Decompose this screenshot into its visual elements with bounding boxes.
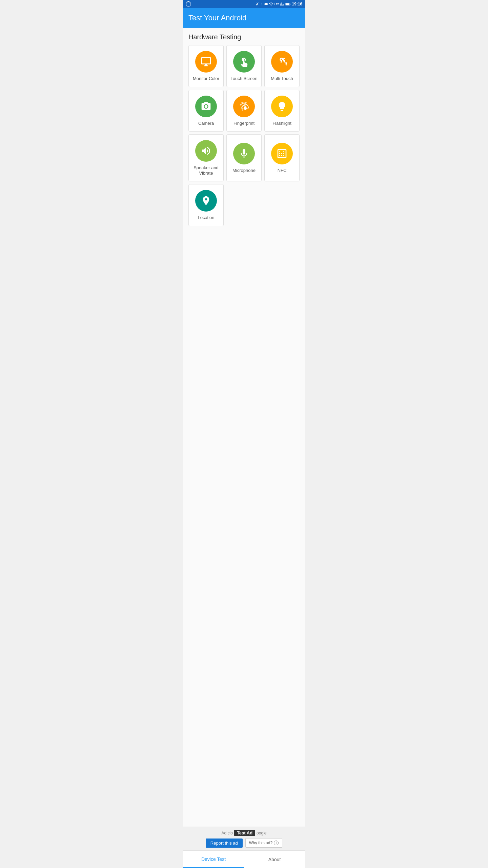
svg-rect-2 bbox=[290, 4, 291, 5]
last-grid-row: Location bbox=[188, 184, 300, 226]
section-title: Hardware Testing bbox=[188, 33, 300, 41]
grid-item-location[interactable]: Location bbox=[188, 184, 224, 226]
monitor-color-icon-circle bbox=[195, 51, 217, 73]
why-ad-text: Why this ad? bbox=[249, 841, 272, 845]
grid-item-flashlight[interactable]: Flashlight bbox=[264, 90, 300, 132]
grid-item-camera[interactable]: Camera bbox=[188, 90, 224, 132]
ad-buttons-row: Report this ad Why this ad? i bbox=[206, 838, 282, 848]
grid-item-nfc[interactable]: NFC bbox=[264, 134, 300, 181]
ad-google-text: oogle bbox=[257, 831, 266, 835]
about-label: About bbox=[268, 857, 281, 862]
app-bar: Test Your Android bbox=[183, 8, 305, 28]
bottom-nav-device-test[interactable]: Device Test bbox=[183, 851, 244, 868]
fingerprint-label: Fingerprint bbox=[233, 121, 255, 126]
bottom-navigation: Device Test About bbox=[183, 850, 305, 868]
signal-icon bbox=[280, 2, 284, 6]
nfc-label: NFC bbox=[278, 168, 287, 173]
fingerprint-icon-circle bbox=[233, 96, 255, 117]
location-icon bbox=[201, 195, 211, 206]
info-icon: i bbox=[274, 841, 279, 845]
main-content: Hardware Testing Monitor Color Touch Scr… bbox=[183, 28, 305, 827]
grid-item-microphone[interactable]: Microphone bbox=[226, 134, 262, 181]
grid-item-fingerprint[interactable]: Fingerprint bbox=[226, 90, 262, 132]
report-ad-button[interactable]: Report this ad bbox=[206, 839, 243, 848]
vibrate-icon bbox=[264, 2, 268, 6]
flashlight-label: Flashlight bbox=[272, 121, 291, 126]
bluetooth-icon: ✗ bbox=[256, 2, 259, 6]
camera-icon bbox=[201, 101, 211, 112]
speaker-icon-circle bbox=[195, 140, 217, 162]
microphone-label: Microphone bbox=[232, 168, 256, 173]
ad-top-row: Ad clo Test Ad oogle bbox=[222, 830, 267, 836]
svg-rect-1 bbox=[286, 3, 289, 5]
grid-item-multi-touch[interactable]: Multi Touch bbox=[264, 45, 300, 87]
grid-item-touch-screen[interactable]: Touch Screen bbox=[226, 45, 262, 87]
hardware-grid: Monitor Color Touch Screen Multi Touch bbox=[188, 45, 300, 181]
why-ad-button[interactable]: Why this ad? i bbox=[245, 838, 282, 848]
microphone-icon-circle bbox=[233, 143, 255, 164]
lightbulb-icon bbox=[277, 101, 287, 112]
multi-touch-label: Multi Touch bbox=[271, 76, 293, 81]
loading-icon bbox=[186, 1, 191, 7]
app-title: Test Your Android bbox=[188, 14, 246, 22]
bluetooth-icon bbox=[260, 2, 263, 6]
status-left-icons bbox=[186, 1, 254, 7]
location-icon-circle bbox=[195, 190, 217, 212]
microphone-icon bbox=[239, 148, 249, 159]
multi-touch-icon bbox=[277, 56, 287, 67]
speaker-vibrate-label: Speaker and Vibrate bbox=[191, 165, 221, 176]
camera-icon-circle bbox=[195, 96, 217, 117]
location-label: Location bbox=[198, 215, 214, 220]
device-test-label: Device Test bbox=[201, 856, 226, 862]
grid-item-speaker-vibrate[interactable]: Speaker and Vibrate bbox=[188, 134, 224, 181]
flashlight-icon-circle bbox=[271, 96, 293, 117]
battery-icon bbox=[285, 2, 291, 6]
camera-label: Camera bbox=[198, 121, 214, 126]
touch-screen-icon-circle bbox=[233, 51, 255, 73]
status-time: 19:16 bbox=[292, 2, 302, 6]
ad-close-text: Ad clo bbox=[222, 831, 233, 835]
nfc-icon bbox=[277, 148, 287, 159]
monitor-color-label: Monitor Color bbox=[193, 76, 219, 81]
multi-touch-icon-circle bbox=[271, 51, 293, 73]
nfc-icon-circle bbox=[271, 143, 293, 164]
monitor-icon bbox=[201, 56, 211, 67]
wifi-icon bbox=[269, 2, 273, 6]
fingerprint-icon bbox=[239, 101, 249, 112]
lte-icon: LTE bbox=[274, 3, 280, 6]
status-bar: ✗ LTE 19:16 bbox=[183, 0, 305, 8]
touch-screen-label: Touch Screen bbox=[230, 76, 258, 81]
speaker-icon bbox=[201, 145, 211, 156]
grid-item-monitor-color[interactable]: Monitor Color bbox=[188, 45, 224, 87]
status-right-icons: ✗ LTE 19:16 bbox=[256, 2, 302, 6]
bottom-nav-about[interactable]: About bbox=[244, 851, 305, 868]
ad-banner: Ad clo Test Ad oogle Report this ad Why … bbox=[183, 827, 305, 850]
ad-badge-text: Test Ad bbox=[234, 830, 255, 836]
touch-icon bbox=[239, 56, 249, 67]
